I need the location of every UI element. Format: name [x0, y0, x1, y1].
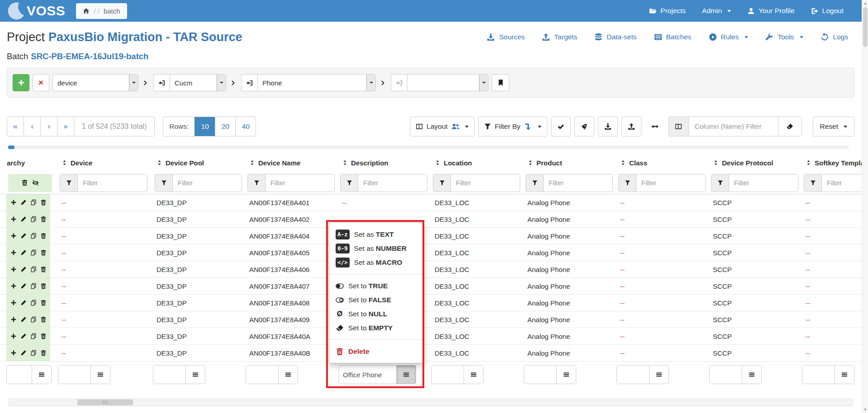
row-copy-button[interactable]	[30, 249, 37, 256]
row-edit-button[interactable]	[20, 350, 27, 356]
add-filter-button[interactable]	[13, 74, 29, 91]
header-link-tools[interactable]: Tools	[765, 33, 803, 41]
scroll-down-arrow[interactable]: ▼	[862, 408, 868, 412]
macro-input-softkey-template[interactable]	[802, 366, 835, 384]
row-add-button[interactable]	[10, 266, 17, 272]
funnel-addon[interactable]	[155, 174, 173, 192]
row-edit-button[interactable]	[20, 233, 27, 239]
filter-input-class[interactable]	[636, 174, 705, 192]
assign-icon-addon[interactable]	[391, 74, 407, 91]
funnel-addon[interactable]	[433, 174, 451, 192]
row-add-button[interactable]	[10, 350, 17, 356]
project-name[interactable]: PaxusBio Migration - TAR Source	[48, 30, 242, 44]
macro-input-description[interactable]	[339, 366, 396, 384]
vertical-scrollbar-thumb[interactable]	[863, 7, 868, 47]
header-link-sources[interactable]: Sources	[487, 33, 525, 41]
funnel-addon[interactable]	[60, 174, 78, 192]
segment-select-2[interactable]: Phone	[257, 74, 376, 91]
filter-by-button[interactable]: Filter By	[478, 117, 547, 136]
horizontal-scrollbar-handle[interactable]	[77, 399, 133, 405]
table-scroll-handle[interactable]	[8, 145, 14, 149]
clear-column-filter-button[interactable]	[778, 117, 802, 136]
row-delete-button[interactable]	[40, 216, 47, 222]
filter-input-description[interactable]	[358, 174, 427, 192]
row-delete-button[interactable]	[40, 233, 47, 239]
navbar-link-projects[interactable]: Projects	[649, 7, 686, 15]
upload-button[interactable]	[621, 117, 641, 136]
segment-select-3[interactable]	[407, 74, 489, 91]
menu-item-set-to-false[interactable]: Set to FALSE	[329, 293, 423, 307]
row-delete-button[interactable]	[40, 199, 47, 206]
sort-icon[interactable]	[806, 160, 811, 166]
rows-option-40[interactable]: 40	[235, 117, 256, 136]
filter-input-device[interactable]	[78, 174, 147, 192]
horizontal-scrollbar[interactable]	[8, 399, 853, 406]
navbar-link-logout[interactable]: Logout	[811, 7, 844, 15]
header-link-data-sets[interactable]: Data-sets	[594, 33, 636, 41]
macro-menu-button[interactable]	[556, 366, 576, 384]
last-page-button[interactable]: »	[57, 117, 74, 136]
macro-input-device-protocol[interactable]	[710, 366, 742, 384]
rows-option-20[interactable]: 20	[215, 117, 235, 136]
funnel-addon[interactable]	[341, 174, 358, 192]
row-delete-button[interactable]	[40, 283, 47, 289]
assign-icon-addon[interactable]	[241, 74, 257, 91]
row-add-button[interactable]	[10, 316, 17, 323]
row-add-button[interactable]	[10, 216, 17, 222]
menu-item-set-as-number[interactable]: 0-9Set as NUMBER	[329, 241, 423, 255]
macro-input-location[interactable]	[432, 366, 464, 384]
macro-menu-button[interactable]	[464, 366, 483, 384]
filter-input-product[interactable]	[544, 174, 612, 192]
download-button[interactable]	[598, 117, 618, 136]
eye-slash-icon[interactable]	[32, 179, 39, 186]
macro-input-class[interactable]	[617, 366, 649, 384]
navbar-link-admin[interactable]: Admin	[702, 7, 731, 15]
header-link-targets[interactable]: Targets	[542, 33, 577, 41]
column-name-filter-input[interactable]	[689, 117, 778, 136]
select-dropdown-button[interactable]	[479, 75, 488, 91]
batch-name[interactable]: SRC-PB-EMEA-16Jul19-batch	[31, 52, 148, 61]
row-edit-button[interactable]	[20, 266, 27, 272]
row-copy-button[interactable]	[30, 216, 37, 222]
macro-input-device-pool[interactable]	[153, 366, 185, 384]
macro-menu-button[interactable]	[396, 366, 416, 384]
menu-item-set-as-text[interactable]: A-zSet as TEXT	[329, 227, 423, 241]
row-delete-button[interactable]	[40, 333, 47, 339]
row-copy-button[interactable]	[30, 333, 37, 339]
sort-icon[interactable]	[342, 160, 348, 166]
row-copy-button[interactable]	[30, 283, 37, 289]
row-copy-button[interactable]	[30, 300, 37, 306]
segment-select-1[interactable]: Cucm	[170, 74, 226, 91]
scroll-up-arrow[interactable]: ▲	[862, 1, 868, 5]
row-edit-button[interactable]	[20, 300, 27, 306]
row-delete-button[interactable]	[40, 350, 47, 356]
header-link-rules[interactable]: Rules	[709, 33, 749, 41]
funnel-addon[interactable]	[804, 174, 822, 192]
select-dropdown-button[interactable]	[129, 75, 138, 91]
macro-menu-button[interactable]	[90, 366, 110, 384]
row-add-button[interactable]	[10, 300, 17, 306]
brand-logo[interactable]: VOSS	[6, 2, 65, 20]
filter-input-device-protocol[interactable]	[729, 174, 798, 192]
row-add-button[interactable]	[10, 233, 17, 239]
funnel-addon[interactable]	[711, 174, 729, 192]
expand-columns-button[interactable]	[645, 117, 665, 136]
prev-page-button[interactable]: ‹	[24, 117, 41, 136]
macro-input-product[interactable]	[524, 366, 556, 384]
model-type-select[interactable]: device	[52, 74, 138, 91]
macro-input-device[interactable]	[58, 366, 90, 384]
home-icon[interactable]	[83, 8, 90, 14]
header-link-batches[interactable]: Batches	[654, 33, 692, 41]
validate-button[interactable]	[551, 117, 571, 136]
sort-icon[interactable]	[527, 160, 533, 166]
sort-icon[interactable]	[157, 160, 162, 166]
row-edit-button[interactable]	[20, 216, 27, 222]
funnel-addon[interactable]	[526, 174, 544, 192]
row-add-button[interactable]	[10, 333, 17, 339]
row-copy-button[interactable]	[30, 350, 37, 356]
macro-menu-button[interactable]	[185, 366, 205, 384]
funnel-addon[interactable]	[248, 174, 266, 192]
row-copy-button[interactable]	[30, 199, 37, 206]
sort-icon[interactable]	[62, 160, 67, 166]
header-link-logs[interactable]: Logs	[821, 33, 848, 41]
